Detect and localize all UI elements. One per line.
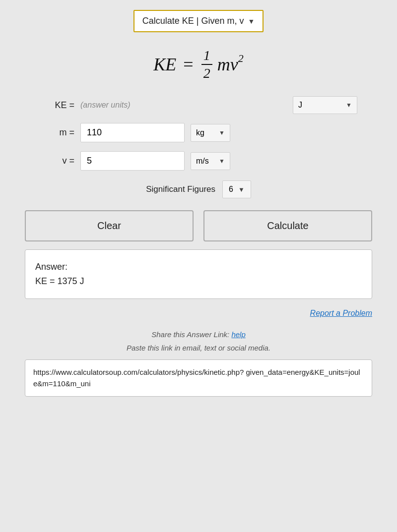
action-buttons: Clear Calculate [25,210,372,241]
sig-figs-row: Significant Figures 6 ▼ [25,180,372,198]
ke-row: KE = (answer units) J ▼ [40,96,357,114]
v-label: v = [40,156,74,166]
report-problem-link[interactable]: Report a Problem [310,309,372,318]
sig-figs-label: Significant Figures [146,184,215,194]
formula-exponent: 2 [238,52,244,65]
calculation-type-dropdown[interactable]: Calculate KE | Given m, v ▼ [133,10,264,32]
m-unit-dropdown[interactable]: kg ▼ [191,124,230,142]
formula-lhs: KE [153,54,176,75]
formula-fraction: 1 2 [201,47,212,81]
share-label: Share this Answer Link: [151,330,229,339]
v-input[interactable] [80,151,185,171]
ke-unit-value: J [298,101,302,110]
formula-mv-text: mv [217,54,238,75]
dropdown-arrow-icon: ▼ [248,17,255,25]
formula-denominator: 2 [201,65,212,82]
v-unit-value: m/s [196,157,209,166]
m-label: m = [40,127,74,138]
sig-figs-arrow-icon: ▼ [238,186,245,193]
sig-figs-dropdown[interactable]: 6 ▼ [222,180,251,198]
formula-rhs: mv2 [217,54,244,75]
share-help-link[interactable]: help [231,330,245,339]
m-row: m = kg ▼ [40,123,357,142]
v-unit-dropdown[interactable]: m/s ▼ [191,152,230,170]
ke-unit-dropdown[interactable]: J ▼ [293,96,357,114]
v-unit-arrow-icon: ▼ [219,158,225,165]
ke-input-area: (answer units) [80,101,287,110]
share-label-row: Share this Answer Link: help [25,328,372,341]
clear-button[interactable]: Clear [25,210,194,241]
m-input[interactable] [80,123,185,142]
formula-equals: = [180,54,196,75]
m-unit-value: kg [196,128,204,137]
ke-unit-arrow-icon: ▼ [346,102,352,109]
share-paste-label: Paste this link in email, text or social… [25,341,372,355]
formula-numerator: 1 [201,47,212,65]
dropdown-label: Calculate KE | Given m, v [142,16,244,26]
ke-placeholder-label: (answer units) [80,101,130,110]
share-section: Share this Answer Link: help Paste this … [25,328,372,355]
sig-figs-value: 6 [229,185,233,194]
share-url-box[interactable]: https://www.calculatorsoup.com/calculato… [25,359,372,397]
answer-line1: Answer: [35,260,362,274]
v-row: v = m/s ▼ [40,151,357,171]
m-unit-arrow-icon: ▼ [219,129,225,136]
answer-line2: KE = 1375 J [35,274,362,289]
formula-display: KE = 1 2 mv2 [25,37,372,96]
report-row: Report a Problem [25,309,372,318]
answer-box: Answer: KE = 1375 J [25,249,372,299]
ke-label: KE = [40,100,74,111]
calculate-button[interactable]: Calculate [203,210,372,241]
